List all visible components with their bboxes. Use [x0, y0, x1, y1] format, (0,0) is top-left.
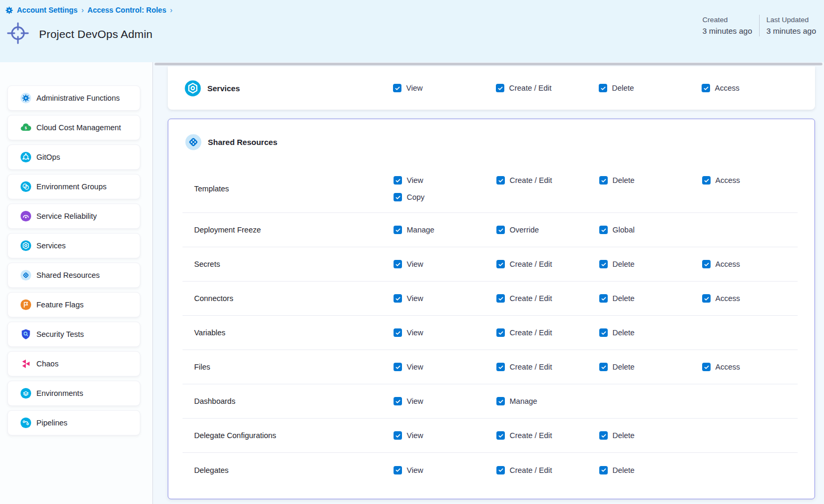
permission-checkbox[interactable]: Manage: [496, 397, 599, 405]
checkbox-checked-icon: [394, 260, 402, 268]
permission-checkbox[interactable]: Access: [702, 294, 798, 303]
cloud-cost-management-icon: $: [20, 122, 32, 133]
permission-checkbox[interactable]: View: [394, 328, 496, 337]
sidebar-item-label: GitOps: [36, 153, 60, 161]
chaos-icon: [20, 358, 32, 370]
sidebar-item-gitops[interactable]: GitOps: [7, 144, 140, 170]
permission-checkbox[interactable]: Delete: [599, 328, 702, 337]
resource-label: Delegate Configurations: [183, 431, 394, 440]
permission-cell: Create / Edit: [496, 328, 599, 337]
permission-label: Create / Edit: [510, 260, 552, 268]
checkbox-checked-icon: [496, 294, 505, 303]
permission-checkbox[interactable]: Delete: [599, 176, 702, 185]
sidebar-item-service-reliability[interactable]: Service Reliability: [7, 203, 140, 229]
permission-checkbox[interactable]: Global: [599, 226, 702, 234]
permission-cell: Delete: [599, 294, 702, 303]
permission-checkbox[interactable]: Delete: [599, 260, 702, 268]
permission-label: Delete: [612, 260, 635, 268]
permission-label: Create / Edit: [509, 84, 552, 92]
sidebar-item-services[interactable]: Services: [7, 233, 140, 258]
permission-checkbox[interactable]: View: [394, 431, 496, 440]
sidebar-item-shared-resources[interactable]: Shared Resources: [7, 263, 140, 288]
permission-label: View: [407, 363, 423, 371]
environments-icon: [20, 387, 32, 399]
permission-cell: View: [394, 397, 496, 405]
sidebar-item-security-tests[interactable]: Security Tests: [7, 322, 140, 347]
permission-cell: View: [394, 466, 496, 474]
sidebar-item-environment-groups[interactable]: Environment Groups: [7, 174, 140, 199]
sidebar-item-cloud-cost-management[interactable]: $ Cloud Cost Management: [7, 115, 140, 140]
feature-flags-icon: [20, 299, 32, 311]
permission-checkbox[interactable]: Access: [702, 176, 798, 185]
checkbox-checked-icon: [702, 363, 711, 371]
sidebar-item-pipelines[interactable]: Pipelines: [7, 410, 140, 435]
checkbox-checked-icon: [599, 328, 608, 337]
permission-checkbox[interactable]: Create / Edit: [496, 84, 599, 92]
checkbox-checked-icon: [394, 328, 402, 337]
permission-checkbox[interactable]: View: [394, 466, 496, 474]
permission-checkbox[interactable]: Create / Edit: [496, 260, 599, 268]
permission-checkbox[interactable]: Access: [702, 363, 798, 371]
permission-checkbox[interactable]: View: [394, 176, 496, 185]
permission-checkbox[interactable]: Create / Edit: [496, 294, 599, 303]
permission-checkbox[interactable]: Create / Edit: [496, 328, 599, 337]
permission-checkbox[interactable]: View: [394, 363, 496, 371]
sidebar-item-label: Cloud Cost Management: [36, 123, 121, 132]
checkbox-checked-icon: [496, 226, 505, 234]
permission-checkbox[interactable]: Delete: [599, 431, 702, 440]
permission-cell: Delete: [599, 164, 702, 212]
horizontal-scrollbar[interactable]: [155, 63, 822, 65]
permission-checkbox[interactable]: Access: [702, 84, 815, 92]
breadcrumb-access-control-roles[interactable]: Access Control: Roles: [88, 6, 166, 14]
permission-checkbox[interactable]: View: [393, 84, 496, 92]
permission-checkbox[interactable]: Delete: [599, 84, 702, 92]
permission-checkbox[interactable]: Manage: [394, 226, 496, 234]
permission-cell: Delete: [599, 363, 702, 371]
permission-row: Files View Create / Edit Delete Access: [183, 350, 798, 384]
permission-label: View: [407, 397, 423, 405]
permission-checkbox[interactable]: Create / Edit: [496, 176, 599, 185]
permission-label: Access: [715, 294, 740, 303]
permission-cell: Access: [702, 363, 798, 371]
permission-checkbox[interactable]: Delete: [599, 294, 702, 303]
sidebar-item-label: Environments: [36, 389, 83, 398]
checkbox-checked-icon: [599, 294, 608, 303]
shared-resources-icon: [20, 269, 32, 281]
permission-checkbox[interactable]: Create / Edit: [496, 466, 599, 474]
permission-checkbox[interactable]: Override: [496, 226, 599, 234]
checkbox-checked-icon: [394, 193, 402, 201]
permission-cell: View: [394, 260, 496, 268]
permission-checkbox[interactable]: View: [394, 397, 496, 405]
sidebar-item-administrative-functions[interactable]: Administrative Functions: [7, 85, 140, 111]
permission-cell: Access: [702, 84, 815, 92]
sidebar-item-feature-flags[interactable]: Feature Flags: [7, 292, 140, 317]
sidebar-item-chaos[interactable]: Chaos: [7, 351, 140, 376]
permission-label: Access: [715, 176, 740, 185]
checkbox-checked-icon: [702, 84, 710, 92]
sidebar-item-environments[interactable]: Environments: [7, 381, 140, 406]
permission-label: View: [407, 260, 423, 268]
checkbox-checked-icon: [496, 84, 504, 92]
permission-checkbox[interactable]: View: [394, 260, 496, 268]
permission-checkbox[interactable]: Create / Edit: [496, 363, 599, 371]
checkbox-checked-icon: [393, 84, 401, 92]
shared-resources-section-title: Shared Resources: [208, 138, 277, 147]
breadcrumb-chevron-icon: ›: [170, 6, 173, 14]
permission-label: Delete: [612, 328, 635, 337]
permission-checkbox[interactable]: Access: [702, 260, 798, 268]
permission-label: View: [407, 176, 423, 185]
sidebar-item-label: Administrative Functions: [36, 94, 120, 102]
checkbox-checked-icon: [394, 363, 402, 371]
permission-label: Global: [612, 226, 635, 234]
permission-checkbox[interactable]: Copy: [394, 193, 496, 201]
permission-cell: View: [394, 363, 496, 371]
role-meta: Created 3 minutes ago Last Updated 3 min…: [696, 15, 816, 36]
permission-checkbox[interactable]: View: [394, 294, 496, 303]
sidebar-item-label: Security Tests: [36, 330, 84, 338]
permission-checkbox[interactable]: Delete: [599, 363, 702, 371]
permission-checkbox[interactable]: Delete: [599, 466, 702, 474]
permission-cell: Manage: [394, 226, 496, 234]
permission-checkbox[interactable]: Create / Edit: [496, 431, 599, 440]
breadcrumb-account-settings[interactable]: Account Settings: [17, 6, 78, 14]
permission-row: Templates View Copy Create / Edit Delete…: [183, 164, 798, 213]
